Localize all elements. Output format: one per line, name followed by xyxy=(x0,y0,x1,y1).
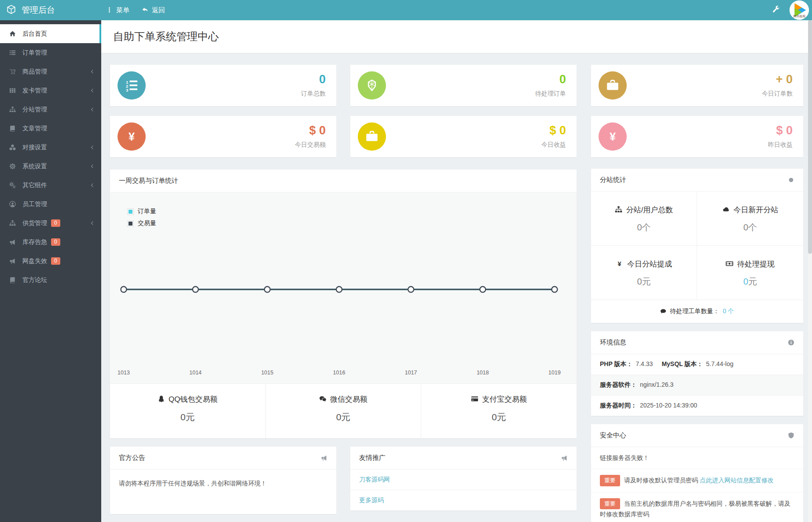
sub-stat-value: 0个 xyxy=(697,222,803,233)
stat-value: 0 xyxy=(535,74,566,85)
page-scrollbar[interactable] xyxy=(808,20,812,522)
sidebar-item-orders[interactable]: 订单管理 xyxy=(0,43,101,62)
payment-value: 0元 xyxy=(110,411,265,423)
sidebar-item-staff[interactable]: 员工管理 xyxy=(0,195,101,214)
payment-alipay: 支付宝交易额0元 xyxy=(421,384,577,438)
env-row: PHP 版本：7.4.33MySQL 版本：5.7.44-log xyxy=(591,354,803,375)
stat-label: 昨日收益 xyxy=(768,141,793,149)
sidebar-item-label: 系统设置 xyxy=(22,163,47,170)
sub-stat-value: 0个 xyxy=(591,222,697,233)
sidebar-item-products[interactable]: 商品管理 xyxy=(0,62,101,81)
chart-area: 订单量交易量 1013101410151016101710181019 xyxy=(110,193,577,384)
count-badge: 0 xyxy=(51,238,60,246)
sidebar-item-substations[interactable]: 分站管理 xyxy=(0,100,101,119)
sub-stat-today-new-substations: 今日新开分站0个 xyxy=(697,192,803,246)
yen-icon: ¥ xyxy=(118,122,146,151)
sidebar-item-label: 网盘失效 xyxy=(22,257,47,265)
sidebar-item-netdisk-invalid[interactable]: 网盘失效0 xyxy=(0,252,101,270)
payment-value: 0元 xyxy=(421,411,577,423)
chart-legend: 订单量交易量 xyxy=(128,207,156,231)
sidebar-item-label: 员工管理 xyxy=(22,200,47,208)
stat-card-total-orders: 1230订单总数 xyxy=(110,65,336,106)
scrollbar-thumb[interactable] xyxy=(808,20,812,254)
th-icon xyxy=(8,87,17,94)
svg-text:¥: ¥ xyxy=(618,260,621,267)
chevron-left-icon xyxy=(90,88,95,93)
payment-label: 支付宝交易额 xyxy=(482,394,527,404)
sub-stat-today-substation-commission: ¥今日分站提成0元 xyxy=(591,246,697,300)
bullhorn-icon xyxy=(8,257,17,265)
chevron-left-icon xyxy=(90,164,95,169)
topbar: 管理后台 菜单 返回 腾讯视频 xyxy=(0,0,812,20)
x-axis: 1013101410151016101710181019 xyxy=(110,370,577,377)
sub-stat-label: 今日分站提成 xyxy=(627,259,672,269)
reply-icon xyxy=(142,7,148,14)
important-badge: 重要 xyxy=(600,475,620,486)
avatar[interactable]: 腾讯视频 xyxy=(790,0,809,20)
sidebar-item-forum[interactable]: 官方论坛 xyxy=(0,270,101,289)
security-panel: 安全中心 链接服务器失败！重要请及时修改默认管理员密码 点此进入网站信息配置修改… xyxy=(591,424,803,522)
stat-value: + 0 xyxy=(762,74,793,85)
menu-toggle[interactable]: 菜单 xyxy=(106,6,129,15)
page-header: 自助下单系统管理中心 xyxy=(101,20,812,53)
svg-text:¥: ¥ xyxy=(610,130,616,143)
legend-label: 交易量 xyxy=(138,219,156,227)
stat-card-pending-orders: 0待处理订单 xyxy=(350,65,577,106)
sidebar-item-label: 其它组件 xyxy=(22,181,47,189)
sidebar-item-supply[interactable]: 供货管理0 xyxy=(0,214,101,233)
stat-label: 今日收益 xyxy=(541,141,566,149)
bullhorn-icon xyxy=(561,454,568,462)
sidebar-item-card-issue[interactable]: 发卡管理 xyxy=(0,81,101,100)
sidebar-item-home[interactable]: 后台首页 xyxy=(0,24,101,43)
chevron-left-icon xyxy=(90,69,95,74)
sub-stat-pending-withdrawal: 待处理提现0元 xyxy=(697,246,803,300)
list-icon xyxy=(8,49,17,56)
chevron-left-icon xyxy=(90,221,95,226)
brand[interactable]: 管理后台 xyxy=(0,4,101,16)
wechat-icon xyxy=(319,395,327,404)
promotion-panel: 友情推广 刀客源码网更多源码 xyxy=(350,447,577,511)
chart-panel: 一周交易与订单统计 订单量交易量 10131014101510161017101… xyxy=(110,170,577,438)
sidebar-item-label: 后台首页 xyxy=(22,30,47,38)
stat-card-today-volume: ¥$ 0今日交易额 xyxy=(110,116,336,157)
briefcase-icon xyxy=(358,122,386,151)
announcement-panel: 官方公告 请勿将本程序用于任何违规场景，共创和谐网络环境！ xyxy=(110,447,336,514)
sidebar-item-components[interactable]: 其它组件 xyxy=(0,176,101,195)
sidebar-item-label: 官方论坛 xyxy=(22,276,47,284)
payment-label: 微信交易额 xyxy=(330,394,367,404)
briefcase-icon xyxy=(599,71,627,100)
sidebar-item-system[interactable]: 系统设置 xyxy=(0,157,101,176)
stat-label: 今日交易额 xyxy=(295,141,326,149)
svg-text:¥: ¥ xyxy=(129,130,135,143)
sidebar-item-articles[interactable]: 文章管理 xyxy=(0,119,101,138)
promo-link-daoke-source[interactable]: 刀客源码网 xyxy=(350,470,577,490)
chart-panel-title: 一周交易与订单统计 xyxy=(119,177,178,185)
legend-item[interactable]: 订单量 xyxy=(128,207,156,215)
main-area: 自助下单系统管理中心 1230订单总数 0待处理订单 ¥$ 0今日交易额 $ 0… xyxy=(101,0,812,522)
credit-card-icon xyxy=(471,395,478,404)
promo-link-more-source[interactable]: 更多源码 xyxy=(350,490,577,511)
gear-icon xyxy=(8,163,17,170)
legend-swatch xyxy=(128,221,133,226)
sidebar-item-integration[interactable]: 对接设置 xyxy=(0,138,101,157)
sidebar-item-stock-alert[interactable]: 库存告急0 xyxy=(0,233,101,252)
pending-tickets-value: 0 个 xyxy=(723,307,734,315)
comment-icon xyxy=(660,308,666,315)
sub-stat-label: 今日新开分站 xyxy=(734,205,779,215)
bullhorn-icon xyxy=(8,238,17,246)
env-row: 服务器时间：2025-10-20 14:39:00 xyxy=(591,396,803,416)
count-badge: 0 xyxy=(51,219,60,227)
wrench-icon[interactable] xyxy=(772,6,780,15)
legend-item[interactable]: 交易量 xyxy=(128,219,156,227)
x-axis-label: 1018 xyxy=(477,370,489,376)
gem-icon xyxy=(358,71,386,100)
legend-swatch xyxy=(128,209,133,215)
yen-icon: ¥ xyxy=(616,260,623,269)
stat-cards-grid: 1230订单总数 0待处理订单 ¥$ 0今日交易额 $ 0今日收益 xyxy=(110,65,577,157)
security-link[interactable]: 点此进入网站信息配置修改 xyxy=(700,477,774,484)
bullhorn-icon xyxy=(321,454,327,462)
chevron-left-icon xyxy=(90,107,95,112)
back-link[interactable]: 返回 xyxy=(142,6,165,15)
sidebar-item-label: 商品管理 xyxy=(22,68,47,76)
sub-stat-substation-user-total: 分站/用户总数0个 xyxy=(591,192,697,246)
